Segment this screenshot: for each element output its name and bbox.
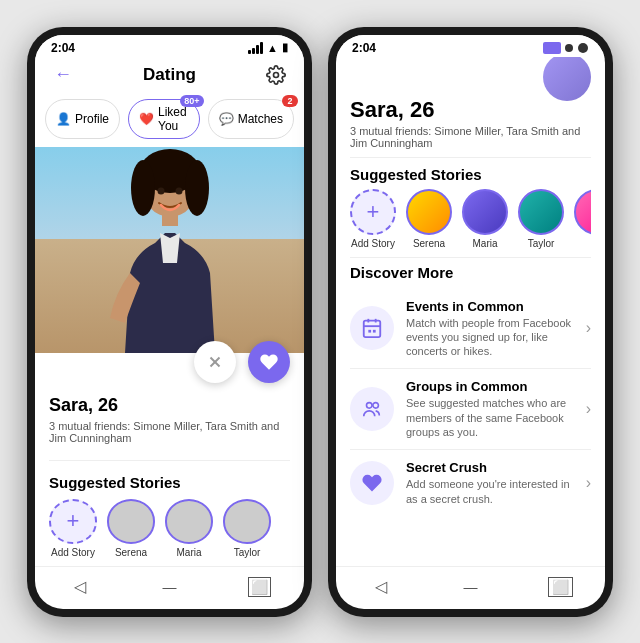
tab-liked-you[interactable]: ❤️ Liked You 80+	[128, 99, 200, 139]
groups-desc: See suggested matches who are members of…	[406, 396, 574, 439]
profile-icon: 👤	[56, 112, 71, 126]
time-1: 2:04	[51, 41, 75, 55]
add-story-item[interactable]: + Add Story	[49, 499, 97, 557]
groups-arrow: ›	[586, 400, 591, 418]
discover-crush[interactable]: Secret Crush Add someone you're interest…	[350, 450, 591, 516]
tab-matches-label: Matches	[238, 112, 283, 126]
taylor-label: Taylor	[234, 547, 261, 558]
battery-icon: ▮	[282, 41, 288, 54]
discover-title: Discover More	[350, 258, 591, 289]
app-title: Dating	[143, 65, 196, 85]
nav-bar-2: ◁ — ⬜	[336, 566, 605, 609]
phone-2-screen: 2:04 Sara, 26 3 mutual friends: Simone M…	[336, 35, 605, 609]
p2-serena[interactable]: Serena	[406, 189, 452, 249]
home-nav-2[interactable]: —	[456, 573, 484, 601]
recent-nav[interactable]: ⬜	[245, 573, 273, 601]
p2-maria-label: Maria	[472, 238, 497, 249]
profile-card: Sara, 26 3 mutual friends: Simone Miller…	[35, 147, 304, 566]
svg-point-7	[175, 187, 182, 194]
svg-point-18	[373, 403, 379, 409]
phone-1-screen: 2:04 ▲ ▮ ← Dating	[35, 35, 304, 609]
events-arrow: ›	[586, 319, 591, 337]
serena-label: Serena	[115, 547, 147, 558]
back-nav-2[interactable]: ◁	[367, 573, 395, 601]
p2-add-label: Add Story	[351, 238, 395, 249]
p2-taylor-circle	[518, 189, 564, 235]
divider-1	[49, 460, 290, 461]
divider-2	[350, 157, 591, 158]
liked-badge: 80+	[180, 95, 203, 107]
signal-icon	[248, 42, 263, 54]
recent-nav-2[interactable]: ⬜	[546, 573, 574, 601]
add-story-label: Add Story	[51, 547, 95, 558]
profile-mutual: 3 mutual friends: Simone Miller, Tara Sm…	[49, 420, 290, 444]
svg-rect-16	[373, 330, 376, 333]
events-text: Events in Common Match with people from …	[406, 299, 574, 359]
groups-icon	[350, 387, 394, 431]
tab-profile[interactable]: 👤 Profile	[45, 99, 120, 139]
p2-stories-title: Suggested Stories	[350, 162, 591, 189]
p2-serena-label: Serena	[413, 238, 445, 249]
action-buttons	[35, 333, 304, 391]
profile-avatar-partial	[543, 57, 591, 101]
phone-1: 2:04 ▲ ▮ ← Dating	[27, 27, 312, 617]
status-bar-2: 2:04	[336, 35, 605, 57]
status-icons-2	[543, 42, 589, 54]
stories-title: Suggested Stories	[35, 468, 304, 495]
crush-desc: Add someone you're interested in as a se…	[406, 477, 574, 506]
phone2-content: Sara, 26 3 mutual friends: Simone Miller…	[336, 57, 605, 566]
back-button[interactable]: ←	[49, 61, 77, 89]
settings-status-icon	[577, 42, 589, 54]
taylor-circle	[223, 499, 271, 543]
discover-events[interactable]: Events in Common Match with people from …	[350, 289, 591, 370]
person-silhouette	[105, 147, 235, 353]
profile-name: Sara, 26	[49, 395, 290, 416]
p2-taylor-label: Taylor	[528, 238, 555, 249]
p2-maria[interactable]: Maria	[462, 189, 508, 249]
back-nav[interactable]: ◁	[66, 573, 94, 601]
status-bar-1: 2:04 ▲ ▮	[35, 35, 304, 57]
p2-taylor[interactable]: Taylor	[518, 189, 564, 249]
story-taylor[interactable]: Taylor	[223, 499, 271, 557]
crush-title: Secret Crush	[406, 460, 574, 475]
p2-stories-row: + Add Story Serena Maria Taylor	[350, 189, 591, 257]
circle-icon	[565, 44, 573, 52]
p2-jo[interactable]: Jo	[574, 189, 591, 249]
wifi-icon: ▲	[267, 42, 278, 54]
p2-serena-circle	[406, 189, 452, 235]
phones-container: 2:04 ▲ ▮ ← Dating	[17, 17, 623, 627]
tabs-container: 👤 Profile ❤️ Liked You 80+ 💬 Matches 2	[35, 95, 304, 147]
svg-point-4	[185, 160, 209, 216]
maria-label: Maria	[176, 547, 201, 558]
groups-title: Groups in Common	[406, 379, 574, 394]
svg-point-10	[578, 43, 588, 53]
story-maria[interactable]: Maria	[165, 499, 213, 557]
crush-arrow: ›	[586, 474, 591, 492]
p2-add-circle: +	[350, 189, 396, 235]
time-2: 2:04	[352, 41, 376, 55]
add-story-circle: +	[49, 499, 97, 543]
like-button[interactable]	[248, 341, 290, 383]
serena-circle	[107, 499, 155, 543]
crush-icon	[350, 461, 394, 505]
svg-rect-5	[162, 211, 178, 226]
maria-circle	[165, 499, 213, 543]
status-icons-1: ▲ ▮	[248, 41, 288, 54]
story-serena[interactable]: Serena	[107, 499, 155, 557]
settings-button[interactable]	[262, 61, 290, 89]
profile-image	[35, 147, 304, 353]
matches-icon: 💬	[219, 112, 234, 126]
svg-rect-15	[368, 330, 371, 333]
p2-add-story[interactable]: + Add Story	[350, 189, 396, 249]
groups-text: Groups in Common See suggested matches w…	[406, 379, 574, 439]
svg-rect-11	[364, 321, 381, 338]
stories-row: + Add Story Serena Maria Taylor	[35, 495, 304, 565]
events-icon	[350, 306, 394, 350]
discover-groups[interactable]: Groups in Common See suggested matches w…	[350, 369, 591, 450]
tab-matches[interactable]: 💬 Matches 2	[208, 99, 294, 139]
profile-info: Sara, 26 3 mutual friends: Simone Miller…	[35, 391, 304, 452]
nav-bar-1: ◁ — ⬜	[35, 566, 304, 609]
pass-button[interactable]	[194, 341, 236, 383]
home-nav[interactable]: —	[155, 573, 183, 601]
p2-maria-circle	[462, 189, 508, 235]
